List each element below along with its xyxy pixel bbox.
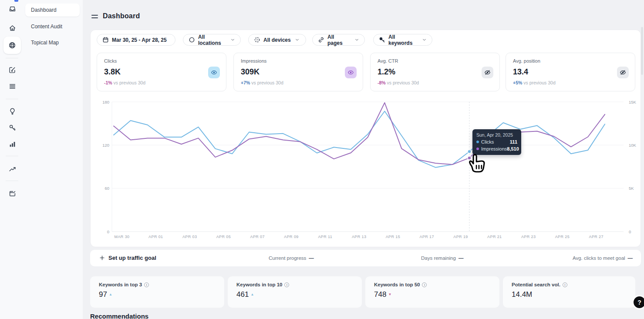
sidebar-divider [6, 156, 18, 156]
svg-text:APR 21: APR 21 [487, 235, 502, 239]
info-icon[interactable]: i [422, 282, 427, 287]
sidebar-item-home[interactable] [4, 20, 20, 36]
devices-icon [254, 37, 260, 43]
svg-text:0: 0 [107, 229, 109, 234]
key-icon [379, 37, 385, 43]
sidebar-item-topical-map-link[interactable]: Topical Map [25, 36, 80, 49]
sidebar-item-dashboard[interactable]: Dashboard [25, 3, 80, 17]
toggle-impressions-visibility[interactable] [345, 67, 357, 78]
sidebar-item-list[interactable] [4, 78, 20, 94]
svg-text:15K: 15K [629, 100, 637, 104]
svg-text:APR 01: APR 01 [148, 235, 163, 239]
tooltip-date: Sun, Apr 20, 2025 [476, 132, 517, 138]
svg-text:APR 23: APR 23 [521, 235, 536, 239]
toggle-clicks-visibility[interactable] [208, 67, 220, 78]
keywords-top3-card: Keywords in top 3i 97▲ [90, 276, 224, 308]
sidebar-item-growth[interactable] [4, 161, 20, 177]
svg-text:APR 17: APR 17 [419, 235, 434, 239]
svg-text:APR 03: APR 03 [182, 235, 197, 239]
eye-off-icon [484, 69, 491, 76]
info-icon[interactable]: i [144, 282, 149, 287]
goal-current-progress: Current progress— [269, 255, 314, 261]
metric-delta: +5% [513, 80, 522, 85]
sidebar-item-topical-map[interactable] [3, 37, 21, 54]
info-icon[interactable]: i [284, 282, 289, 287]
set-up-traffic-goal-button[interactable]: Set up traffic goal [99, 255, 156, 261]
sidebar-divider [6, 181, 18, 181]
svg-text:0: 0 [629, 229, 631, 234]
chevron-down-icon [230, 37, 235, 42]
metric-note: vs previous 30d [251, 80, 283, 85]
sidebar-item-analytics[interactable] [4, 136, 20, 152]
svg-text:APR 07: APR 07 [250, 235, 264, 239]
globe-contrast-icon [189, 37, 195, 43]
goal-days-remaining: Days remaining— [421, 255, 463, 261]
chart-tooltip: Sun, Apr 20, 2025 Clicks 111 Impressions… [472, 129, 521, 155]
trend-down-icon: ▼ [388, 293, 391, 296]
pages-filter[interactable]: All pages [312, 34, 365, 46]
date-range-picker[interactable]: Mar 30, 25 - Apr 28, 25 [97, 34, 175, 46]
kcard-value: 461 [236, 290, 249, 299]
svg-text:180: 180 [102, 100, 109, 104]
svg-text:APR 09: APR 09 [284, 235, 298, 239]
sidebar-item-inbox[interactable] [4, 1, 20, 17]
tooltip-label: Clicks [481, 139, 494, 144]
compose-icon [9, 66, 16, 74]
metric-delta: +7% [241, 80, 250, 85]
locations-filter[interactable]: All locations [183, 34, 241, 46]
svg-text:APR 19: APR 19 [453, 235, 468, 239]
sidebar-item-site-audit[interactable] [4, 185, 20, 201]
toggle-position-visibility[interactable] [617, 67, 629, 78]
kcard-value: 14.4M [512, 290, 532, 299]
devices-filter[interactable]: All devices [248, 34, 306, 46]
date-range-label: Mar 30, 25 - Apr 28, 25 [112, 37, 167, 43]
svg-text:APR 11: APR 11 [318, 235, 332, 239]
svg-text:10K: 10K [629, 143, 637, 148]
logo-fragment [14, 0, 18, 2]
impressions-dot-icon [476, 148, 479, 150]
page-title: Dashboard [103, 12, 140, 20]
metric-value: 3.8K [104, 67, 219, 77]
eye-off-icon [620, 69, 626, 76]
kcard-label: Keywords in top 10 [236, 282, 282, 287]
sidebar-item-ideas[interactable] [4, 103, 20, 119]
filter-label: All locations [198, 34, 226, 46]
bulb-icon [9, 107, 16, 115]
list-icon [9, 83, 16, 90]
sub-sidebar: Dashboard Content Audit Topical Map [24, 0, 83, 319]
trend-up-icon: ▲ [250, 293, 254, 296]
kcard-value: 748 [374, 290, 386, 299]
info-icon[interactable]: i [563, 282, 567, 287]
metric-value: 13.4 [513, 67, 628, 77]
traffic-goal-bar [90, 250, 641, 266]
sidebar-item-keywords[interactable] [4, 120, 20, 135]
tooltip-row-clicks: Clicks 111 [476, 139, 517, 144]
sidebar-item-compose[interactable] [4, 62, 20, 77]
eye-icon [347, 69, 354, 76]
metric-note: vs previous 30d [523, 80, 556, 85]
chevron-down-icon [295, 37, 300, 42]
keywords-top50-card: Keywords in top 50i 748▼ [365, 276, 499, 308]
metric-note: vs previous 30d [114, 80, 146, 85]
scrollbar-thumb[interactable] [641, 27, 643, 75]
eye-icon [211, 69, 217, 76]
keywords-filter[interactable]: All keywords [373, 34, 432, 46]
kcard-label: Potential search vol. [512, 282, 560, 287]
kcard-value: 97 [99, 290, 107, 299]
home-icon [9, 24, 16, 32]
help-button[interactable]: ? [632, 295, 644, 309]
link-icon [318, 37, 324, 43]
traffic-chart-svg[interactable]: 18015K12010K605K00MAR 30APR 01APR 03APR … [90, 98, 638, 242]
metric-card-clicks: Clicks 3.8K -1% vs previous 30d [97, 53, 226, 91]
goal-avg-clicks: Avg. clicks to meet goal— [573, 255, 633, 261]
sidebar-item-content-audit[interactable]: Content Audit [25, 20, 80, 33]
toggle-ctr-visibility[interactable] [482, 67, 493, 78]
metric-value: 309K [241, 67, 356, 77]
tooltip-row-impressions: Impressions 8,510 [476, 146, 517, 151]
sidebar-divider [6, 99, 18, 99]
metric-card-avg-position: Avg. position 13.4 +5% vs previous 30d [506, 53, 635, 91]
svg-text:5K: 5K [629, 186, 634, 191]
key-icon [9, 124, 16, 131]
menu-toggle-icon[interactable] [91, 14, 98, 19]
metric-label: Avg. CTR [378, 58, 492, 64]
